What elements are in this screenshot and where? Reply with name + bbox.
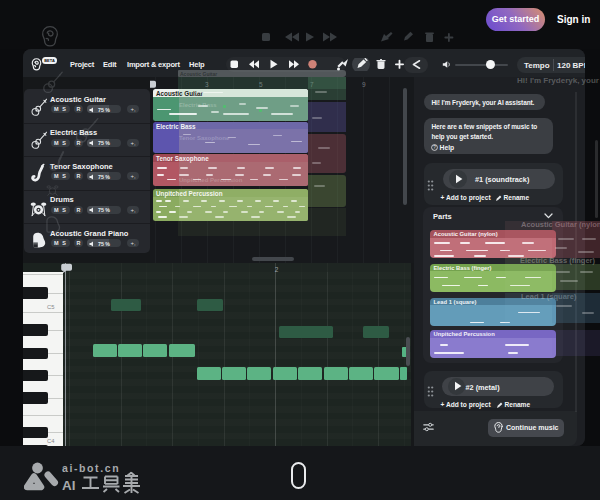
svg-text:?: ? — [433, 145, 436, 150]
svg-text:ai-bot.cn: ai-bot.cn — [62, 462, 120, 474]
svg-text:AI: AI — [62, 478, 76, 493]
